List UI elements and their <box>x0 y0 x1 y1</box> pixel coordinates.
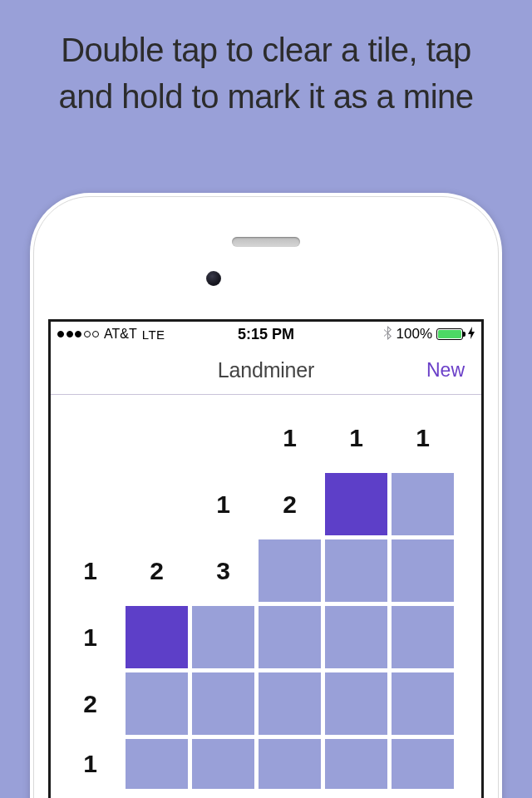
device-frame: AT&T LTE 5:15 PM 100% Landminer New 1111… <box>30 193 502 798</box>
device-screen: AT&T LTE 5:15 PM 100% Landminer New 1111… <box>48 319 484 798</box>
tile-covered[interactable] <box>392 739 454 789</box>
headline-line-2: and hold to mark it as a mine <box>58 78 473 115</box>
tile-number: 1 <box>192 473 254 535</box>
promo-headline: Double tap to clear a tile, tap and hold… <box>0 0 532 120</box>
tile-number: 2 <box>59 672 121 735</box>
tile-covered[interactable] <box>325 539 387 602</box>
board-row: 12 <box>59 473 473 535</box>
tile-covered[interactable] <box>259 672 321 735</box>
new-game-button[interactable]: New <box>426 359 465 382</box>
tile-covered[interactable] <box>259 739 321 789</box>
tile-covered[interactable] <box>259 606 321 668</box>
front-camera-icon <box>206 271 221 286</box>
tile-number: 1 <box>325 406 387 469</box>
tile-covered[interactable] <box>325 672 387 735</box>
app-title: Landminer <box>218 358 314 382</box>
network-type-label: LTE <box>142 328 165 342</box>
tile-covered[interactable] <box>325 739 387 789</box>
tile-number: 1 <box>59 606 121 668</box>
charging-bolt-icon <box>468 327 475 342</box>
tile-empty <box>59 406 121 469</box>
tile-number: 2 <box>259 473 321 535</box>
clock-label: 5:15 PM <box>238 326 294 343</box>
tile-covered[interactable] <box>126 672 188 735</box>
tile-flagged[interactable] <box>126 606 188 668</box>
battery-percent-label: 100% <box>397 326 432 342</box>
tile-flagged[interactable] <box>325 473 387 535</box>
nav-bar: Landminer New <box>51 347 481 395</box>
tile-empty <box>126 406 188 469</box>
board-row: 1 <box>59 739 473 789</box>
bluetooth-icon <box>383 326 392 342</box>
board-row: 2 <box>59 672 473 735</box>
status-bar: AT&T LTE 5:15 PM 100% <box>51 322 481 347</box>
headline-line-1: Double tap to clear a tile, tap <box>61 32 471 68</box>
tile-covered[interactable] <box>259 539 321 602</box>
tile-covered[interactable] <box>325 606 387 668</box>
tile-number: 1 <box>59 539 121 602</box>
game-board[interactable]: 11112123121 <box>51 395 481 789</box>
tile-empty <box>126 473 188 535</box>
tile-covered[interactable] <box>392 473 454 535</box>
tile-covered[interactable] <box>192 672 254 735</box>
tile-empty <box>59 473 121 535</box>
tile-covered[interactable] <box>392 539 454 602</box>
tile-number: 1 <box>392 406 454 469</box>
tile-covered[interactable] <box>192 606 254 668</box>
tile-number: 3 <box>192 539 254 602</box>
tile-covered[interactable] <box>392 672 454 735</box>
tile-covered[interactable] <box>392 606 454 668</box>
speaker-grille-icon <box>232 237 300 247</box>
board-row: 1 <box>59 606 473 668</box>
tile-covered[interactable] <box>126 739 188 789</box>
battery-icon <box>436 328 463 340</box>
tile-number: 1 <box>259 406 321 469</box>
signal-strength-icon <box>57 331 99 337</box>
carrier-label: AT&T <box>104 327 137 342</box>
tile-number: 1 <box>59 739 121 789</box>
tile-number: 2 <box>126 539 188 602</box>
board-row: 111 <box>59 406 473 469</box>
tile-empty <box>192 406 254 469</box>
board-row: 123 <box>59 539 473 602</box>
tile-covered[interactable] <box>192 739 254 789</box>
